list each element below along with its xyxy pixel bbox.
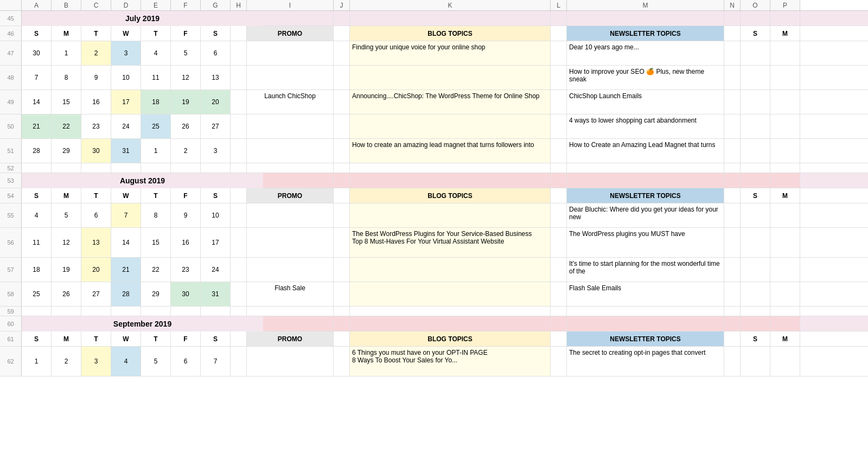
cell-47-b[interactable]: 1 [52, 41, 81, 65]
cell-56-b[interactable]: 12 [52, 228, 81, 257]
cell-49-c[interactable]: 16 [81, 90, 111, 114]
cell-62-f[interactable]: 6 [171, 347, 201, 376]
cell-47-f[interactable]: 5 [171, 41, 201, 65]
cell-51-d[interactable]: 31 [111, 139, 141, 163]
cell-51-c[interactable]: 30 [81, 139, 111, 163]
cell-48-c[interactable]: 9 [81, 66, 111, 90]
cell-55-e[interactable]: 8 [141, 203, 171, 227]
cell-48-a[interactable]: 7 [22, 66, 52, 90]
cell-56-f[interactable]: 16 [171, 228, 201, 257]
cell-51-f[interactable]: 2 [171, 139, 201, 163]
cell-49-m[interactable]: ChicShop Launch Emails [567, 90, 724, 114]
cell-49-f[interactable]: 19 [171, 90, 201, 114]
cell-48-g[interactable]: 13 [201, 66, 231, 90]
cell-47-a[interactable]: 30 [22, 41, 52, 65]
cell-62-k[interactable]: 6 Things you must have on your OPT-IN PA… [350, 347, 551, 376]
cell-48-f[interactable]: 12 [171, 66, 201, 90]
cell-50-m[interactable]: 4 ways to lower shopping cart abandonmen… [567, 114, 724, 138]
cell-55-i[interactable] [247, 203, 334, 227]
cell-58-k[interactable] [350, 282, 551, 306]
cell-49-g[interactable]: 20 [201, 90, 231, 114]
cell-49-e[interactable]: 18 [141, 90, 171, 114]
cell-48-d[interactable]: 10 [111, 66, 141, 90]
cell-55-g[interactable]: 10 [201, 203, 231, 227]
cell-58-d[interactable]: 28 [111, 282, 141, 306]
cell-62-e[interactable]: 5 [141, 347, 171, 376]
cell-58-b[interactable]: 26 [52, 282, 81, 306]
cell-47-m[interactable]: Dear 10 years ago me... [567, 41, 724, 65]
cell-48-k[interactable] [350, 66, 551, 90]
cell-58-a[interactable]: 25 [22, 282, 52, 306]
cell-56-m[interactable]: The WordPress plugins you MUST have [567, 228, 724, 257]
cell-55-k[interactable] [350, 203, 551, 227]
cell-57-a[interactable]: 18 [22, 258, 52, 282]
cell-55-b[interactable]: 5 [52, 203, 81, 227]
cell-49-b[interactable]: 15 [52, 90, 81, 114]
cell-58-f[interactable]: 30 [171, 282, 201, 306]
cell-50-b[interactable]: 22 [52, 114, 81, 138]
cell-62-i[interactable] [247, 347, 334, 376]
cell-49-i[interactable]: Launch ChicShop [247, 90, 334, 114]
cell-47-d[interactable]: 3 [111, 41, 141, 65]
cell-50-e[interactable]: 25 [141, 114, 171, 138]
cell-58-g[interactable]: 31 [201, 282, 231, 306]
cell-56-g[interactable]: 17 [201, 228, 231, 257]
cell-56-a[interactable]: 11 [22, 228, 52, 257]
cell-57-e[interactable]: 22 [141, 258, 171, 282]
cell-45-a[interactable] [22, 11, 52, 25]
cell-56-d[interactable]: 14 [111, 228, 141, 257]
cell-55-a[interactable]: 4 [22, 203, 52, 227]
cell-50-i[interactable] [247, 114, 334, 138]
cell-56-i[interactable] [247, 228, 334, 257]
cell-58-i[interactable]: Flash Sale [247, 282, 334, 306]
cell-48-m[interactable]: How to improve your SEO 🍊 Plus, new them… [567, 66, 724, 90]
cell-50-f[interactable]: 26 [171, 114, 201, 138]
cell-62-d[interactable]: 4 [111, 347, 141, 376]
cell-51-i[interactable] [247, 139, 334, 163]
cell-57-g[interactable]: 24 [201, 258, 231, 282]
cell-50-d[interactable]: 24 [111, 114, 141, 138]
cell-50-c[interactable]: 23 [81, 114, 111, 138]
cell-49-a[interactable]: 14 [22, 90, 52, 114]
cell-51-g[interactable]: 3 [201, 139, 231, 163]
cell-55-c[interactable]: 6 [81, 203, 111, 227]
cell-55-f[interactable]: 9 [171, 203, 201, 227]
cell-51-e[interactable]: 1 [141, 139, 171, 163]
cell-51-a[interactable]: 28 [22, 139, 52, 163]
cell-51-k[interactable]: How to create an amazing lead magnet tha… [350, 139, 551, 163]
cell-48-i[interactable] [247, 66, 334, 90]
cell-57-d[interactable]: 21 [111, 258, 141, 282]
cell-50-k[interactable] [350, 114, 551, 138]
cell-62-m[interactable]: The secret to creating opt-in pages that… [567, 347, 724, 376]
cell-47-i[interactable] [247, 41, 334, 65]
cell-48-b[interactable]: 8 [52, 66, 81, 90]
cell-55-d[interactable]: 7 [111, 203, 141, 227]
cell-48-e[interactable]: 11 [141, 66, 171, 90]
cell-55-m[interactable]: Dear Bluchic: Where did you get your ide… [567, 203, 724, 227]
cell-47-g[interactable]: 6 [201, 41, 231, 65]
cell-57-i[interactable] [247, 258, 334, 282]
cell-47-e[interactable]: 4 [141, 41, 171, 65]
cell-51-m[interactable]: How to Create an Amazing Lead Magnet tha… [567, 139, 724, 163]
cell-62-b[interactable]: 2 [52, 347, 81, 376]
cell-50-a[interactable]: 21 [22, 114, 52, 138]
cell-57-b[interactable]: 19 [52, 258, 81, 282]
cell-62-c[interactable]: 3 [81, 347, 111, 376]
cell-47-c[interactable]: 2 [81, 41, 111, 65]
cell-56-k[interactable]: The Best WordPress Plugins for Your Serv… [350, 228, 551, 257]
cell-58-c[interactable]: 27 [81, 282, 111, 306]
cell-58-e[interactable]: 29 [141, 282, 171, 306]
cell-51-b[interactable]: 29 [52, 139, 81, 163]
cell-62-g[interactable]: 7 [201, 347, 231, 376]
cell-62-a[interactable]: 1 [22, 347, 52, 376]
cell-57-m[interactable]: It's time to start planning for the most… [567, 258, 724, 282]
cell-57-f[interactable]: 23 [171, 258, 201, 282]
cell-58-m[interactable]: Flash Sale Emails [567, 282, 724, 306]
cell-57-k[interactable] [350, 258, 551, 282]
cell-57-c[interactable]: 20 [81, 258, 111, 282]
cell-49-d[interactable]: 17 [111, 90, 141, 114]
cell-56-e[interactable]: 15 [141, 228, 171, 257]
cell-50-g[interactable]: 27 [201, 114, 231, 138]
cell-49-k[interactable]: Announcing....ChicShop: The WordPress Th… [350, 90, 551, 114]
cell-56-c[interactable]: 13 [81, 228, 111, 257]
